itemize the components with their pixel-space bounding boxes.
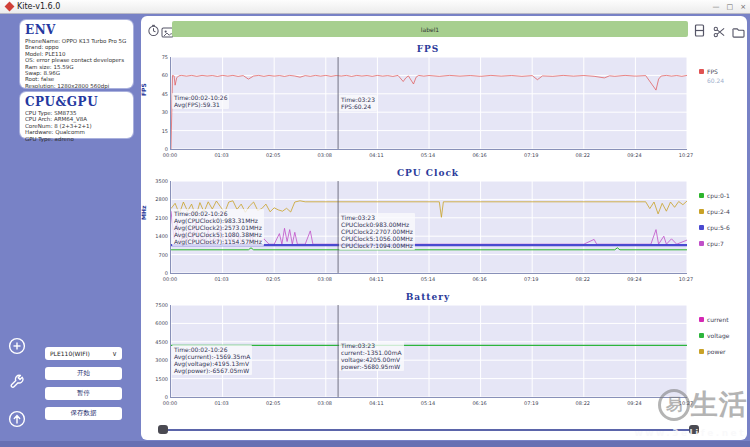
x-tick-label: 01:03 bbox=[207, 276, 237, 282]
legend-item[interactable]: cpu:5-6 bbox=[699, 224, 730, 231]
settings-button[interactable] bbox=[7, 373, 26, 392]
legend-swatch bbox=[699, 69, 704, 74]
x-tick-label: 01:03 bbox=[207, 400, 237, 406]
start-button[interactable]: 开始 bbox=[45, 367, 122, 380]
legend-item[interactable]: voltage bbox=[699, 332, 729, 339]
x-tick-label: 04:11 bbox=[361, 152, 391, 158]
y-tick-label: 3500 bbox=[143, 178, 168, 184]
chart-legend: FPS60.24 bbox=[699, 68, 724, 84]
x-tick-label: 08:22 bbox=[568, 152, 598, 158]
plot-svg bbox=[171, 181, 687, 273]
x-tick-label: 04:11 bbox=[361, 400, 391, 406]
y-tick-label: 7500 bbox=[143, 302, 168, 308]
legend-item[interactable]: FPS bbox=[699, 68, 724, 75]
pause-button[interactable]: 暂停 bbox=[45, 387, 122, 400]
x-tick-label: 00:00 bbox=[155, 152, 185, 158]
legend-item[interactable]: cpu:7 bbox=[699, 240, 730, 247]
slider-track[interactable] bbox=[163, 429, 694, 431]
x-tick-label: 00:00 bbox=[155, 276, 185, 282]
maximize-button[interactable]: □ bbox=[727, 1, 734, 13]
legend-label: power bbox=[707, 348, 726, 355]
y-tick-label: 1500 bbox=[143, 376, 168, 382]
y-tick-label: 15 bbox=[143, 128, 168, 134]
plot-svg bbox=[171, 305, 687, 397]
x-tick-label: 10:27 bbox=[671, 152, 701, 158]
y-tick-label: 2800 bbox=[143, 196, 168, 202]
y-tick-label: 2100 bbox=[143, 215, 168, 221]
legend-value: 60.24 bbox=[707, 77, 724, 84]
x-tick-label: 05:14 bbox=[413, 276, 443, 282]
bookmark-icon[interactable] bbox=[694, 22, 705, 41]
session-label: label1 bbox=[421, 26, 439, 33]
legend-swatch bbox=[699, 317, 704, 322]
chart-plot-area[interactable] bbox=[170, 181, 687, 274]
chevron-down-icon: ∨ bbox=[112, 350, 117, 358]
y-tick-label: 75 bbox=[143, 54, 168, 60]
legend-label: current bbox=[707, 316, 729, 323]
legend-label: FPS bbox=[707, 68, 718, 75]
chart-title: FPS bbox=[170, 44, 686, 54]
slider-handle-right[interactable] bbox=[689, 425, 699, 434]
chart-legend: currentvoltagepower bbox=[699, 316, 729, 364]
x-tick-label: 06:16 bbox=[465, 152, 495, 158]
env-panel-title: ENV bbox=[25, 23, 128, 37]
upload-button[interactable] bbox=[7, 409, 26, 428]
legend-label: cpu:5-6 bbox=[707, 224, 730, 231]
minimize-button[interactable]: — bbox=[713, 1, 720, 13]
add-button[interactable] bbox=[7, 336, 26, 355]
legend-label: cpu:2-4 bbox=[707, 208, 730, 215]
legend-swatch bbox=[699, 225, 704, 230]
chart-plot-area[interactable] bbox=[170, 57, 687, 150]
legend-label: voltage bbox=[707, 332, 729, 339]
x-tick-label: 06:16 bbox=[465, 400, 495, 406]
cpugpu-panel-title: CPU&GPU bbox=[25, 95, 128, 109]
x-tick-label: 03:08 bbox=[310, 152, 340, 158]
x-tick-label: 10:27 bbox=[671, 400, 701, 406]
legend-swatch bbox=[699, 241, 704, 246]
x-tick-label: 09:24 bbox=[619, 400, 649, 406]
legend-item[interactable]: cpu:0-1 bbox=[699, 192, 730, 199]
session-label-bar[interactable]: label1 bbox=[172, 21, 688, 37]
fps-chart: FPS FPS FPS60.24 0153045607500:0001:0302… bbox=[141, 44, 747, 166]
y-tick-label: 60 bbox=[143, 72, 168, 78]
folder-icon[interactable] bbox=[732, 23, 745, 42]
x-tick-label: 02:05 bbox=[258, 400, 288, 406]
plus-circle-icon bbox=[8, 337, 26, 355]
chart-title: CPU Clock bbox=[170, 168, 686, 178]
y-tick-label: 3000 bbox=[143, 357, 168, 363]
cpugpu-panel: CPU&GPU CPU Type: SM8735 CPU Arch: ARM64… bbox=[20, 92, 133, 138]
bottom-strip bbox=[0, 441, 750, 447]
x-tick-label: 02:05 bbox=[258, 276, 288, 282]
x-tick-label: 02:05 bbox=[258, 152, 288, 158]
y-tick-label: 45 bbox=[143, 91, 168, 97]
legend-swatch bbox=[699, 349, 704, 354]
time-range-slider bbox=[141, 422, 747, 438]
x-tick-label: 03:08 bbox=[310, 276, 340, 282]
main-panel: label1 FPS FPS FPS60.24 0153045607500:00… bbox=[141, 16, 747, 440]
x-tick-label: 08:22 bbox=[568, 400, 598, 406]
cpu-clock-chart: CPU Clock MHz cpu:0-1cpu:2-4cpu:5-6cpu:7… bbox=[141, 168, 747, 290]
legend-label: cpu:0-1 bbox=[707, 192, 730, 199]
env-line: Resolution: 1280x2800 560dpi bbox=[25, 83, 128, 89]
chart-plot-area[interactable] bbox=[170, 305, 687, 398]
x-tick-label: 07:19 bbox=[516, 152, 546, 158]
legend-swatch bbox=[699, 209, 704, 214]
close-button[interactable]: × bbox=[740, 1, 746, 13]
legend-item[interactable]: cpu:2-4 bbox=[699, 208, 730, 215]
slider-handle-left[interactable] bbox=[158, 425, 168, 434]
x-tick-label: 04:11 bbox=[361, 276, 391, 282]
legend-swatch bbox=[699, 333, 704, 338]
device-select[interactable]: PLE110(WIFI) ∨ bbox=[45, 347, 122, 360]
plot-svg bbox=[171, 57, 687, 149]
legend-item[interactable]: power bbox=[699, 348, 729, 355]
env-panel: ENV PhoneName: OPPO K13 Turbo Pro 5G Bra… bbox=[20, 20, 133, 88]
spec-line: GPU Type: adreno bbox=[25, 136, 128, 142]
y-tick-label: 700 bbox=[143, 252, 168, 258]
timer-icon[interactable] bbox=[147, 22, 160, 41]
x-tick-label: 07:19 bbox=[516, 400, 546, 406]
save-data-button[interactable]: 保存数据 bbox=[45, 407, 122, 420]
legend-label: cpu:7 bbox=[707, 240, 724, 247]
scissors-icon[interactable] bbox=[713, 23, 726, 42]
legend-item[interactable]: current bbox=[699, 316, 729, 323]
x-tick-label: 09:24 bbox=[619, 152, 649, 158]
